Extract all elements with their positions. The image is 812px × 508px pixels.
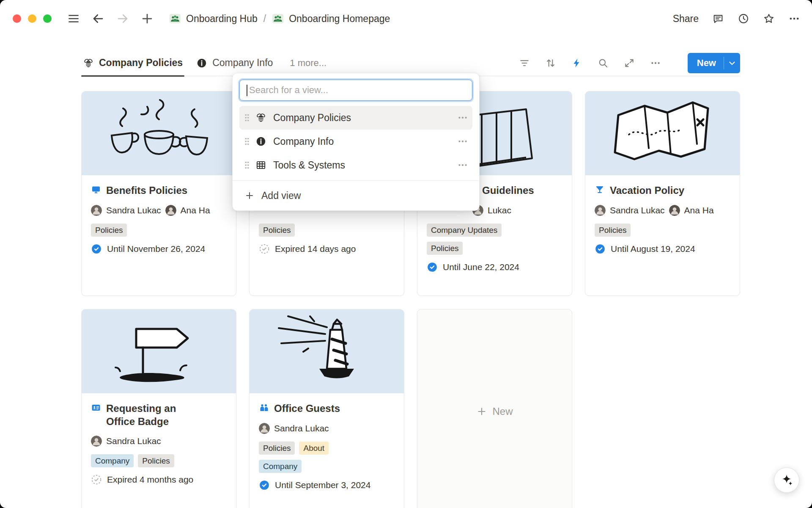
- new-button[interactable]: New: [688, 53, 740, 73]
- automations-button[interactable]: [571, 57, 583, 69]
- person-name: Ana Ha: [181, 205, 210, 215]
- card-body: Vacation Policy Sandra Lukac Ana Ha Poli…: [585, 175, 740, 263]
- new-card-label: New: [492, 406, 513, 417]
- card-cover: [82, 91, 236, 175]
- comment-icon: [712, 13, 724, 25]
- verified-badge-icon: [259, 480, 270, 491]
- tab-label: Company Info: [212, 57, 273, 69]
- sort-button[interactable]: [545, 57, 557, 69]
- filter-button[interactable]: [518, 57, 530, 69]
- person-name: Ana Ha: [684, 205, 714, 215]
- comments-button[interactable]: [712, 13, 724, 25]
- forward-button[interactable]: [115, 11, 130, 26]
- tags-property: Policies: [259, 224, 395, 237]
- card-vacation-policy[interactable]: Vacation Policy Sandra Lukac Ana Ha Poli…: [585, 91, 740, 296]
- plus-icon: [476, 406, 487, 417]
- sparkle-icon: [780, 473, 793, 487]
- titlebar: Onboarding Hub / Onboarding Homepage Sha…: [0, 0, 812, 37]
- search-icon: [598, 58, 609, 69]
- view-more-button[interactable]: [650, 57, 661, 69]
- breadcrumb: Onboarding Hub / Onboarding Homepage: [169, 13, 390, 25]
- verified-badge-icon: [427, 262, 438, 273]
- status-value: Expired 14 days ago: [275, 244, 356, 254]
- person-name: Sandra Lukac: [106, 436, 161, 446]
- card-body: Office Guests Sandra Lukac Policies Abou…: [250, 393, 404, 499]
- add-view-button[interactable]: Add view: [239, 184, 472, 207]
- new-card-button[interactable]: New: [417, 309, 572, 508]
- view-item-menu-button[interactable]: [457, 112, 468, 123]
- view-item-menu-button[interactable]: [457, 136, 468, 147]
- card-benefits-policies[interactable]: Benefits Policies Sandra Lukac Ana Ha Po…: [81, 91, 236, 296]
- date-value: Until August 19, 2024: [611, 244, 695, 254]
- people-property: Sandra Lukac Ana Ha: [595, 205, 730, 216]
- app-window: Onboarding Hub / Onboarding Homepage Sha…: [0, 0, 812, 508]
- favorite-button[interactable]: [763, 13, 775, 25]
- tab-company-info[interactable]: Company Info: [195, 50, 274, 76]
- breadcrumb-page[interactable]: Onboarding Homepage: [289, 13, 390, 25]
- view-item-label: Company Policies: [273, 112, 457, 124]
- card-cover: [250, 309, 404, 393]
- date-value: Until September 3, 2024: [275, 480, 370, 490]
- tag: Policies: [91, 224, 127, 237]
- add-view-label: Add view: [261, 190, 301, 202]
- status-value: Expired 4 months ago: [107, 475, 193, 485]
- card-title: Benefits Policies: [106, 184, 187, 197]
- share-button[interactable]: Share: [673, 13, 699, 25]
- avatar: [259, 423, 270, 434]
- minimize-window-button[interactable]: [28, 14, 36, 23]
- date-value: Until November 26, 2024: [107, 244, 205, 254]
- search-button[interactable]: [597, 57, 609, 69]
- drag-handle-icon[interactable]: [244, 160, 250, 171]
- date-property: Until August 19, 2024: [595, 243, 730, 254]
- card-office-guests[interactable]: Office Guests Sandra Lukac Policies Abou…: [249, 309, 404, 508]
- zoom-window-button[interactable]: [43, 14, 52, 23]
- card-title-row: Guidelines: [482, 184, 562, 197]
- info-icon: [255, 136, 266, 147]
- avatar: [165, 205, 176, 216]
- view-item-company-policies[interactable]: Company Policies: [239, 106, 472, 130]
- tag: Policies: [259, 442, 295, 455]
- view-toolbar: Company Policies Company Info 1 more...: [81, 50, 740, 76]
- tab-company-policies[interactable]: Company Policies: [81, 50, 184, 76]
- sidebar-menu-button[interactable]: [66, 11, 81, 26]
- view-search-input[interactable]: [239, 80, 472, 101]
- people-property: Sandra Lukac: [259, 423, 395, 434]
- traffic-lights: [13, 14, 52, 23]
- card-title: Guidelines: [482, 184, 534, 197]
- back-button[interactable]: [91, 11, 106, 26]
- breadcrumb-root[interactable]: Onboarding Hub: [186, 13, 258, 25]
- tags-property: Company Policies: [91, 454, 227, 467]
- card-office-badge[interactable]: Requesting an Office Badge Sandra Lukac …: [81, 309, 236, 508]
- forward-arrow-icon: [116, 12, 129, 25]
- new-button-label: New: [688, 58, 724, 69]
- view-item-company-info[interactable]: Company Info: [239, 130, 472, 153]
- avatar: [595, 205, 606, 216]
- map-illustration: [599, 93, 726, 174]
- updates-button[interactable]: [738, 13, 749, 25]
- tags-property: Policies: [91, 224, 227, 237]
- more-views-button[interactable]: 1 more...: [290, 58, 326, 69]
- people-property: Sandra Lukac: [91, 436, 227, 447]
- view-item-menu-button[interactable]: [457, 160, 468, 171]
- ellipsis-icon: [788, 13, 800, 25]
- card-cover: [82, 309, 236, 393]
- new-page-button[interactable]: [140, 11, 155, 26]
- table-icon: [255, 160, 266, 171]
- hamburger-icon: [67, 12, 80, 25]
- card-body: Requesting an Office Badge Sandra Lukac …: [82, 393, 236, 494]
- drag-handle-icon[interactable]: [244, 112, 250, 123]
- card-title-row: Requesting an Office Badge: [91, 402, 227, 428]
- page-more-button[interactable]: [788, 13, 800, 25]
- status-property: Expired 14 days ago: [259, 243, 395, 254]
- new-card-inner: New: [476, 406, 513, 417]
- ai-assistant-button[interactable]: [774, 467, 799, 493]
- plus-icon: [244, 190, 255, 201]
- tag: Policies: [595, 224, 631, 237]
- new-button-dropdown[interactable]: [724, 58, 740, 68]
- view-item-tools-systems[interactable]: Tools & Systems: [239, 153, 472, 177]
- drag-handle-icon[interactable]: [244, 136, 250, 147]
- bee-icon: [255, 112, 266, 123]
- tag: Policies: [427, 242, 463, 255]
- close-window-button[interactable]: [13, 14, 21, 23]
- expand-button[interactable]: [623, 57, 635, 69]
